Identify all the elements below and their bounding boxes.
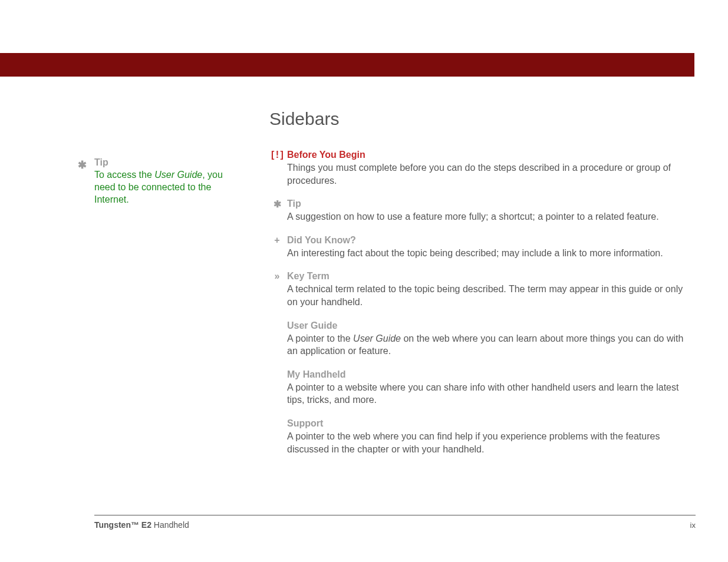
tip-body-prefix: To access the	[94, 170, 154, 180]
main-content: Sidebars [ ! ]Before You BeginThings you…	[269, 109, 696, 467]
item-icon: ✱	[269, 199, 285, 210]
item-body-prefix: A pointer to the	[287, 333, 353, 343]
page-title: Sidebars	[269, 109, 696, 129]
item-body: A technical term related to the topic be…	[287, 283, 696, 308]
sidebar-definition: »Key TermA technical term related to the…	[269, 271, 696, 308]
item-body: A pointer to the User Guide on the web w…	[287, 332, 696, 358]
footer-product-bold: Tungsten™ E2	[94, 520, 151, 530]
sidebar-definition: ✱TipA suggestion on how to use a feature…	[269, 199, 696, 223]
sidebar-definition: User GuideA pointer to the User Guide on…	[269, 320, 696, 358]
tip-body: To access the User Guide, you need to be…	[94, 169, 225, 206]
item-title: Support	[287, 418, 696, 429]
item-icon: +	[269, 235, 285, 246]
item-body: Things you must complete before you can …	[287, 161, 696, 187]
tip-body-em: User Guide	[154, 170, 202, 180]
item-title: Key Term	[287, 271, 696, 282]
sidebar-definition: +Did You Know?An interesting fact about …	[269, 235, 696, 260]
item-body: A suggestion on how to use a feature mor…	[287, 210, 696, 223]
footer-page-number: ix	[690, 521, 696, 530]
item-title: My Handheld	[287, 369, 696, 380]
footer-row: Tungsten™ E2 Handheld ix	[94, 520, 696, 530]
page-footer: Tungsten™ E2 Handheld ix	[94, 515, 696, 530]
item-body-em: User Guide	[353, 333, 401, 343]
header-band	[0, 53, 694, 77]
sidebar-definition: My HandheldA pointer to a website where …	[269, 369, 696, 406]
footer-product: Tungsten™ E2 Handheld	[94, 520, 189, 530]
item-title: Did You Know?	[287, 235, 696, 246]
asterisk-icon: ✱	[78, 158, 87, 171]
sidebar-definition: SupportA pointer to the web where you ca…	[269, 418, 696, 455]
item-icon: [ ! ]	[269, 150, 285, 160]
item-title: User Guide	[287, 320, 696, 331]
item-body: An interesting fact about the topic bein…	[287, 247, 696, 260]
items-list: [ ! ]Before You BeginThings you must com…	[269, 150, 696, 455]
sidebar-definition: [ ! ]Before You BeginThings you must com…	[269, 150, 696, 187]
item-body: A pointer to the web where you can find …	[287, 430, 696, 455]
item-body: A pointer to a website where you can sha…	[287, 381, 696, 406]
item-icon: »	[269, 271, 285, 282]
footer-rule	[94, 515, 696, 515]
footer-product-rest: Handheld	[151, 520, 189, 530]
sidebar-tip-box: ✱ Tip To access the User Guide, you need…	[78, 157, 225, 206]
item-title: Before You Begin	[287, 150, 696, 160]
tip-label: Tip	[94, 157, 225, 168]
item-title: Tip	[287, 199, 696, 209]
